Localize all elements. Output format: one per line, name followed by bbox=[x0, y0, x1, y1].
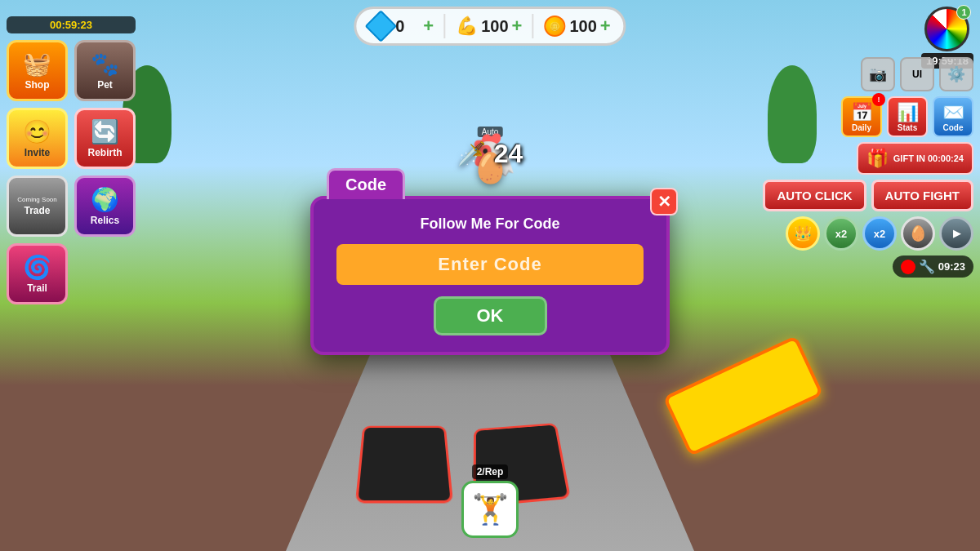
code-modal: Code ✕ Follow Me For Code OK bbox=[310, 196, 670, 355]
ok-button[interactable]: OK bbox=[434, 296, 547, 335]
modal-overlay: Code ✕ Follow Me For Code OK bbox=[0, 0, 980, 551]
modal-tab: Code bbox=[327, 168, 405, 199]
modal-close-button[interactable]: ✕ bbox=[650, 188, 678, 216]
modal-subtitle: Follow Me For Code bbox=[336, 216, 644, 233]
code-input[interactable] bbox=[336, 244, 644, 285]
